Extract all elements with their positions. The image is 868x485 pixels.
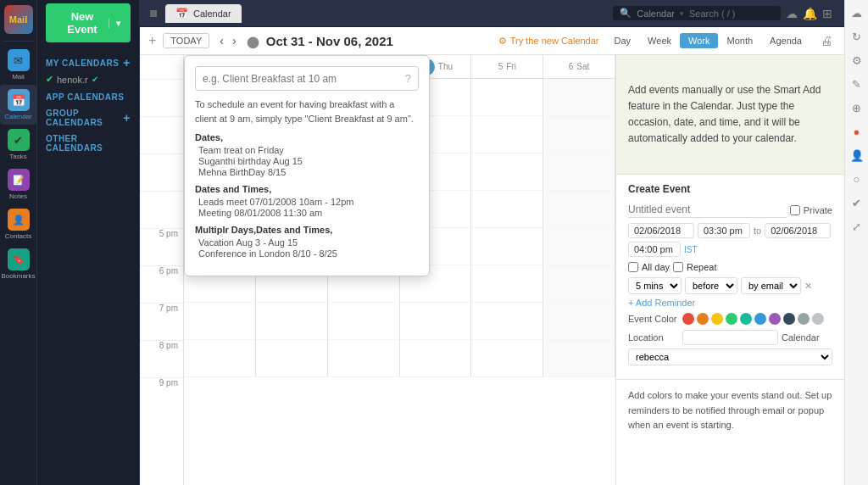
grid-cell[interactable]: [328, 303, 400, 340]
user-calendar-item[interactable]: ✔ henok.r ✔: [37, 71, 139, 87]
grid-cell-sat[interactable]: [543, 228, 615, 265]
color-dot-dark[interactable]: [783, 313, 795, 325]
grid-icon[interactable]: ⊞: [822, 7, 832, 20]
view-tab-day[interactable]: Day: [606, 33, 640, 48]
repeat-checkbox[interactable]: [673, 262, 683, 272]
main-area: 📅 Calendar 🔍 Calendar ▾ ☁ 🔔 ⊞ + TODAY ‹ …: [140, 0, 844, 485]
grid-cell-sat[interactable]: [543, 340, 615, 377]
grid-cell[interactable]: [471, 191, 543, 228]
cloud-icon[interactable]: ☁: [786, 7, 798, 20]
nav-bookmarks[interactable]: 🔖 Bookmarks: [0, 244, 36, 284]
to-label: to: [754, 226, 761, 236]
reminder-direction-select[interactable]: before: [685, 277, 737, 294]
view-tab-week[interactable]: Week: [639, 33, 680, 48]
grid-cell[interactable]: [328, 340, 400, 377]
event-title-input[interactable]: [628, 202, 787, 218]
color-dot-teal[interactable]: [740, 313, 752, 325]
calendar-header: + TODAY ‹ › ⬤ Oct 31 - Nov 06, 2021 ⚙ Tr…: [140, 27, 844, 55]
header-add-button[interactable]: +: [148, 33, 156, 48]
view-tab-month[interactable]: Month: [718, 33, 761, 48]
time-column: 5 pm 6 pm 7 pm 8 pm 9 pm: [140, 55, 184, 485]
right-strip-icon-10[interactable]: ⤢: [848, 217, 866, 236]
all-day-checkbox[interactable]: [628, 262, 638, 272]
add-reminder-button[interactable]: + Add Reminder: [628, 298, 695, 308]
info-panel: Add events manually or use the Smart Add…: [615, 55, 844, 485]
smart-add-help-icon[interactable]: ?: [405, 72, 411, 85]
grid-cell[interactable]: [471, 79, 543, 116]
nav-contacts[interactable]: 👤 Contacts: [0, 204, 36, 244]
add-my-calendar-button[interactable]: +: [123, 56, 131, 70]
add-group-calendar-button[interactable]: +: [123, 111, 131, 125]
grid-cell[interactable]: [256, 303, 328, 340]
color-dot-red[interactable]: [682, 313, 694, 325]
calendar-select[interactable]: rebecca: [628, 348, 832, 365]
grid-cell[interactable]: [471, 303, 543, 340]
grid-cell[interactable]: [471, 153, 543, 191]
grid-cell[interactable]: [184, 340, 256, 377]
color-dot-purple[interactable]: [769, 313, 781, 325]
grid-cell[interactable]: [256, 340, 328, 377]
view-tab-work[interactable]: Work: [680, 33, 718, 48]
color-dot-gray[interactable]: [798, 313, 810, 325]
new-event-button[interactable]: New Event ▾: [46, 3, 131, 42]
next-week-button[interactable]: ›: [229, 32, 240, 49]
time-to-input[interactable]: [628, 242, 681, 257]
grid-cell-sat[interactable]: [543, 191, 615, 228]
right-strip-icon-9[interactable]: ✔: [848, 193, 866, 212]
grid-cell-sat[interactable]: [543, 116, 615, 153]
right-strip-icon-1[interactable]: ☁: [848, 3, 866, 22]
nav-calendar[interactable]: 📅 Calendar: [0, 85, 36, 125]
grid-cell[interactable]: [471, 265, 543, 303]
bell-icon[interactable]: 🔔: [803, 7, 817, 20]
grid-cell[interactable]: [471, 228, 543, 265]
date-to-input[interactable]: [765, 223, 831, 238]
grid-cell-sat[interactable]: [543, 265, 615, 303]
color-dot-blue[interactable]: [754, 313, 766, 325]
right-strip-icon-2[interactable]: ↻: [848, 27, 866, 46]
reminder-amount-select[interactable]: 5 mins: [628, 277, 682, 294]
right-strip-icon-6[interactable]: ●: [848, 122, 866, 141]
private-checkbox[interactable]: [790, 205, 800, 215]
new-event-dropdown-arrow[interactable]: ▾: [108, 19, 120, 28]
grid-cell[interactable]: [471, 116, 543, 153]
smart-add-input[interactable]: [203, 73, 400, 85]
grid-cell[interactable]: [400, 303, 472, 340]
right-strip-icon-4[interactable]: ✎: [848, 75, 866, 93]
calendar-label: Calendar: [782, 332, 832, 343]
grid-cell[interactable]: [471, 340, 543, 377]
color-picker: [682, 313, 824, 325]
nav-tasks[interactable]: ✔ Tasks: [0, 125, 36, 164]
info-colors-text: Add colors to make your events stand out…: [628, 388, 832, 433]
prev-week-button[interactable]: ‹: [216, 32, 227, 49]
date-from-input[interactable]: [628, 223, 694, 238]
nav-mail[interactable]: ✉ Mail: [0, 45, 36, 85]
grid-cell[interactable]: [400, 340, 472, 377]
smart-add-link[interactable]: ⚙ Try the new Calendar: [498, 36, 599, 47]
color-dot-yellow[interactable]: [711, 313, 723, 325]
grid-cell-sat[interactable]: [543, 79, 615, 116]
location-input[interactable]: [682, 330, 778, 345]
reminder-method-select[interactable]: by email: [741, 277, 801, 294]
grid-cell-sat[interactable]: [543, 303, 615, 340]
color-dot-orange[interactable]: [697, 313, 709, 325]
right-strip-icon-7[interactable]: 👤: [848, 146, 866, 164]
right-strip-icon-5[interactable]: ⊕: [848, 98, 866, 117]
date-nav-arrows: ‹ ›: [216, 32, 239, 49]
today-button[interactable]: TODAY: [163, 33, 209, 48]
right-strip-icon-8[interactable]: ○: [848, 170, 866, 188]
nav-notes[interactable]: 📝 Notes: [0, 164, 36, 204]
grid-cell[interactable]: [184, 303, 256, 340]
print-button[interactable]: 🖨: [817, 34, 836, 47]
grid-cell-sat[interactable]: [543, 153, 615, 191]
calendar-tab[interactable]: 📅 Calendar: [165, 4, 242, 23]
date-range-label: ⬤ Oct 31 - Nov 06, 2021: [247, 34, 492, 48]
view-tab-agenda[interactable]: Agenda: [761, 33, 810, 48]
search-input[interactable]: [689, 8, 774, 19]
color-dot-light[interactable]: [812, 313, 824, 325]
reminder-delete-button[interactable]: ✕: [804, 281, 812, 292]
time-from-input[interactable]: [698, 223, 750, 238]
view-tabs: Day Week Work Month Agenda: [606, 33, 810, 48]
right-strip-icon-3[interactable]: ⚙: [848, 51, 866, 70]
color-dot-green[interactable]: [726, 313, 737, 325]
timezone-label[interactable]: IST: [684, 245, 698, 254]
